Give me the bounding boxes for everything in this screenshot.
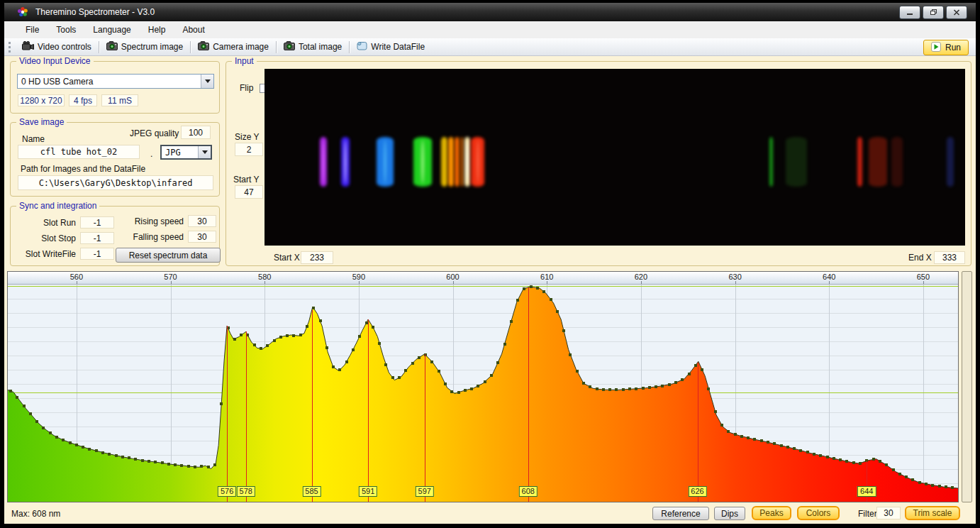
toolbar: Video controls Spectrum image Camera ima…	[4, 38, 976, 56]
camera-icon	[284, 41, 295, 53]
path-field[interactable]: C:\Users\GaryG\Desktop\infared	[18, 175, 213, 190]
data-point-marker	[23, 405, 26, 407]
start-y-field[interactable]: 47	[235, 185, 263, 199]
data-point-marker	[220, 402, 223, 405]
trim-scale-button[interactable]: Trim scale	[905, 506, 960, 520]
sync-group-title: Sync and integration	[16, 201, 99, 211]
data-point-marker	[338, 368, 341, 371]
filter-field[interactable]: 30	[876, 507, 901, 519]
menu-language[interactable]: Language	[84, 21, 139, 38]
format-select[interactable]: JPG	[160, 145, 212, 160]
data-point-marker	[121, 456, 124, 458]
menu-file[interactable]: File	[17, 21, 48, 38]
axis-tick	[453, 281, 454, 284]
menu-bar: File Tools Language Help About	[4, 21, 976, 38]
axis-tick	[923, 281, 924, 284]
peaks-button[interactable]: Peaks	[752, 506, 791, 520]
data-point-marker	[128, 456, 130, 459]
data-point-marker	[833, 457, 835, 460]
data-point-marker	[438, 370, 440, 373]
data-point-marker	[384, 363, 387, 366]
data-point-marker	[892, 468, 895, 471]
menu-tools[interactable]: Tools	[48, 21, 84, 38]
data-point-marker	[655, 385, 657, 388]
video-controls-button[interactable]: Video controls	[16, 39, 97, 55]
start-x-field[interactable]: 233	[301, 251, 333, 264]
dips-button[interactable]: Dips	[714, 507, 745, 520]
data-point-marker	[477, 385, 479, 387]
data-point-marker	[661, 385, 664, 387]
spectral-band	[320, 137, 327, 187]
reference-button[interactable]: Reference	[652, 507, 709, 520]
data-point-marker	[391, 376, 394, 379]
data-point-marker	[542, 290, 545, 293]
camera-image[interactable]	[265, 69, 965, 246]
data-point-marker	[951, 486, 954, 489]
camera-image-button[interactable]: Camera image	[192, 39, 274, 55]
close-button[interactable]	[946, 6, 967, 19]
toolbar-label: Video controls	[38, 42, 91, 52]
data-point-marker	[945, 485, 947, 488]
spectral-band	[786, 137, 807, 187]
slot-writefile-field[interactable]: -1	[80, 248, 114, 260]
data-point-marker	[648, 386, 651, 389]
data-point-marker	[530, 285, 533, 288]
slot-run-field[interactable]: -1	[80, 216, 114, 229]
data-point-marker	[740, 435, 743, 438]
flip-label: Flip	[240, 83, 253, 93]
axis-tick	[77, 281, 77, 284]
data-point-marker	[358, 335, 361, 338]
falling-speed-field[interactable]: 30	[188, 231, 216, 243]
run-button[interactable]: Run	[923, 40, 969, 55]
data-point-marker	[134, 458, 137, 461]
end-x-label: End X	[908, 253, 932, 263]
data-point-marker	[233, 338, 236, 341]
data-point-marker	[576, 370, 579, 373]
data-point-marker	[536, 287, 539, 290]
write-datafile-button[interactable]: Write DataFile	[351, 39, 430, 55]
data-point-marker	[734, 433, 737, 436]
peak-line	[227, 326, 228, 502]
size-y-field[interactable]: 2	[235, 143, 263, 156]
data-point-marker	[747, 436, 750, 439]
filename-field[interactable]: cfl tube hot_02	[18, 145, 140, 159]
data-point-marker	[760, 439, 763, 442]
end-x-field[interactable]: 333	[934, 251, 965, 264]
video-device-select[interactable]: 0 HD USB Camera	[17, 74, 214, 89]
menu-help[interactable]: Help	[140, 21, 174, 38]
data-point-marker	[885, 463, 888, 466]
rising-speed-field[interactable]: 30	[188, 215, 216, 227]
toolbar-separator	[349, 41, 350, 53]
chart-scrollbar[interactable]	[962, 271, 972, 502]
peak-label: 591	[359, 486, 377, 497]
colors-button[interactable]: Colors	[797, 506, 840, 520]
restore-button[interactable]	[923, 6, 944, 19]
spectrum-image-button[interactable]: Spectrum image	[101, 39, 189, 55]
data-point-marker	[484, 380, 486, 383]
slot-stop-field[interactable]: -1	[80, 232, 114, 244]
data-point-marker	[147, 460, 150, 463]
axis-tick	[359, 281, 360, 284]
title-bar: Theremino Spectrometer - V3.0	[4, 3, 976, 21]
minimize-button[interactable]	[899, 6, 920, 19]
chart-plot[interactable]: 576578585591597608626644	[8, 285, 958, 502]
reset-spectrum-button[interactable]: Reset spectrum data	[116, 248, 221, 263]
data-point-marker	[780, 444, 783, 447]
jpeg-quality-field[interactable]: 100	[181, 126, 211, 139]
data-point-marker	[187, 465, 190, 468]
data-point-marker	[510, 320, 513, 323]
data-point-marker	[767, 441, 769, 444]
spectral-band-core	[323, 140, 325, 184]
run-label: Run	[945, 43, 961, 53]
data-point-marker	[773, 442, 776, 445]
data-point-marker	[464, 389, 467, 392]
axis-tick	[547, 281, 547, 284]
chevron-down-icon[interactable]	[201, 75, 213, 88]
chart-axis-header: 560570580590600610620630640650	[8, 272, 958, 285]
data-point-marker	[813, 453, 815, 456]
menu-about[interactable]: About	[174, 21, 213, 38]
axis-tick-label: 560	[70, 273, 83, 281]
chevron-down-icon[interactable]	[198, 146, 211, 158]
total-image-button[interactable]: Total image	[278, 39, 347, 55]
data-point-marker	[931, 484, 934, 487]
